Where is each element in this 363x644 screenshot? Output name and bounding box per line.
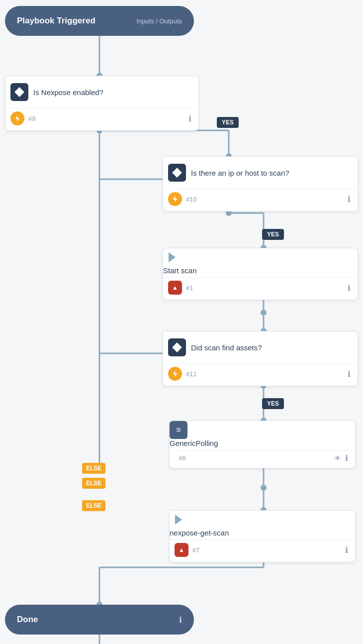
node-title: Is there an ip or host to scan? [191, 169, 289, 177]
else-badge-3: ELSE [82, 500, 105, 511]
done-node: Done ℹ [5, 605, 194, 635]
bolt-badge [168, 367, 182, 381]
node-generic-polling[interactable]: GenericPolling #8 👁 ℹ [169, 421, 356, 468]
footer-left: #11 [168, 367, 197, 381]
bolt-icon [172, 370, 179, 377]
node-number: #7 [192, 546, 199, 554]
warn-badge [168, 281, 182, 295]
node-title: GenericPolling [170, 439, 218, 447]
footer-left: #10 [168, 192, 197, 206]
node-number: #8 [175, 454, 185, 462]
chevron-icon [170, 511, 187, 529]
node-title: Did scan find assets? [191, 343, 262, 352]
node-header: Did scan find assets? [163, 331, 358, 361]
node-number: #11 [186, 370, 197, 378]
io-label[interactable]: Inputs / Outputs [136, 17, 182, 25]
node-title: nexpose-get-scan [170, 529, 229, 537]
info-icon[interactable]: ℹ [345, 545, 348, 555]
bolt-icon [14, 115, 21, 122]
chevron-shape [169, 252, 176, 262]
diamond-icon [168, 338, 186, 356]
node-number: #1 [186, 284, 193, 292]
else-badge-2: ELSE [82, 478, 105, 489]
node-footer: #8 👁 ℹ [170, 450, 355, 468]
node-did-scan[interactable]: Did scan find assets? #11 ℹ [163, 331, 358, 386]
info-icon[interactable]: ℹ [345, 453, 348, 463]
diamond-icon [168, 164, 186, 182]
trigger-title: Playbook Triggered [17, 16, 95, 26]
diamond-icon [10, 83, 28, 101]
node-start-scan[interactable]: Start scan #1 ℹ [163, 248, 358, 300]
svg-marker-41 [173, 196, 178, 203]
node-header: nexpose-get-scan [170, 511, 355, 537]
node-ip-host[interactable]: Is there an ip or host to scan? #10 ℹ [163, 156, 358, 212]
footer-left: #1 [168, 281, 193, 295]
info-icon[interactable]: ℹ [188, 114, 191, 123]
chevron-shape [175, 515, 182, 525]
node-footer: #10 ℹ [163, 189, 358, 211]
info-icon[interactable]: ℹ [348, 369, 351, 379]
polling-icon [170, 421, 187, 439]
node-footer: #1 ℹ [163, 277, 358, 300]
node-header: Is there an ip or host to scan? [163, 157, 358, 187]
node-footer: #7 ℹ [170, 539, 355, 562]
trigger-node: Playbook Triggered Inputs / Outputs [5, 6, 194, 36]
done-title: Done [17, 615, 38, 625]
node-footer: #9 ℹ [5, 108, 198, 130]
svg-point-13 [261, 310, 267, 316]
info-icon[interactable]: ℹ [348, 195, 351, 204]
node-title: Is Nexpose enabled? [33, 88, 103, 97]
node-header: Is Nexpose enabled? [5, 76, 198, 106]
footer-left: #9 [10, 111, 35, 125]
node-header: GenericPolling [170, 421, 355, 448]
node-number: #9 [28, 115, 35, 122]
else-badge-1: ELSE [82, 463, 105, 474]
node-number: #10 [186, 196, 197, 203]
info-icon[interactable]: ℹ [348, 283, 351, 293]
warn-badge [175, 543, 188, 557]
node-header: Start scan [163, 248, 358, 275]
svg-marker-42 [173, 370, 178, 377]
node-title: Start scan [163, 266, 197, 275]
node-footer: #11 ℹ [163, 363, 358, 386]
yes-badge-2: YES [262, 229, 284, 240]
yes-badge-3: YES [262, 398, 284, 409]
yes-badge-1: YES [217, 117, 239, 128]
chevron-icon [163, 248, 181, 266]
node-nexpose-enabled[interactable]: Is Nexpose enabled? #9 ℹ [5, 76, 199, 131]
canvas: Playbook Triggered Inputs / Outputs Is N… [0, 0, 363, 644]
bolt-badge [10, 111, 24, 125]
node-nexpose-get-scan[interactable]: nexpose-get-scan #7 ℹ [169, 510, 356, 562]
footer-left: #8 [175, 454, 185, 462]
svg-point-21 [261, 485, 267, 491]
svg-marker-40 [15, 115, 20, 122]
done-info-icon[interactable]: ℹ [179, 615, 182, 625]
footer-left: #7 [175, 543, 199, 557]
bolt-badge [168, 192, 182, 206]
eye-icon[interactable]: 👁 [334, 454, 341, 462]
bolt-icon [172, 196, 179, 203]
